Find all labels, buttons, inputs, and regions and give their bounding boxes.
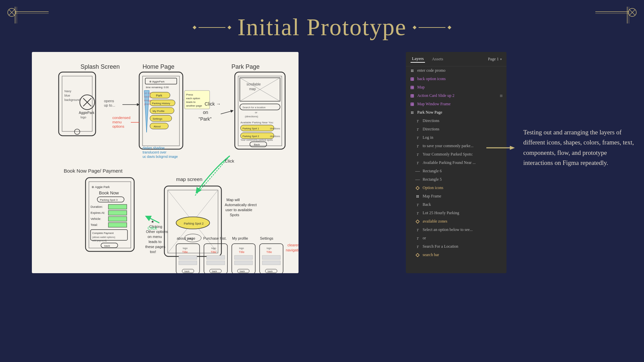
svg-text:Park Page: Park Page <box>231 63 260 70</box>
svg-text:"Park": "Park" <box>199 116 212 122</box>
svg-text:background: background <box>64 98 80 102</box>
svg-text:Vehicle:: Vehicle: <box>91 217 101 221</box>
layer-item[interactable]: enter code promo <box>406 66 506 75</box>
layer-item[interactable]: search bar <box>406 251 506 259</box>
svg-text:Duration:: Duration: <box>91 205 103 208</box>
layer-label: Lot 25 Hourly Parking <box>423 210 459 216</box>
svg-text:map: map <box>249 87 256 91</box>
svg-rect-183 <box>411 96 412 97</box>
svg-text:Search for a location: Search for a location <box>243 106 266 109</box>
svg-text:(directions): (directions) <box>245 115 258 118</box>
page-title: Initial Prototype <box>237 13 407 41</box>
layer-item[interactable]: Map Window Frame <box>406 100 506 108</box>
svg-text:map screen: map screen <box>176 176 202 182</box>
svg-text:user to available: user to available <box>225 208 252 212</box>
layer-badge: ⊞ <box>500 94 502 98</box>
layer-label: Directions <box>423 127 439 132</box>
svg-text:scrollable: scrollable <box>247 82 261 86</box>
svg-text:⊗ AggiePark: ⊗ AggiePark <box>149 80 165 83</box>
layer-item[interactable]: TSearch For a Location <box>406 242 506 251</box>
layer-label: Available Parking Found Near ... <box>423 160 476 165</box>
layer-type-icon: T <box>415 135 420 140</box>
svg-text:Purchase hist.: Purchase hist. <box>203 236 227 240</box>
svg-text:these pages: these pages <box>145 245 165 249</box>
svg-text:on menu: on menu <box>148 235 162 239</box>
layer-type-icon: T <box>415 144 420 148</box>
svg-text:back: back <box>240 270 245 273</box>
layer-item[interactable]: Park Now Page <box>406 108 506 117</box>
layer-item[interactable]: available zones <box>406 217 506 226</box>
svg-text:Title: Title <box>182 250 188 254</box>
svg-text:leads to: leads to <box>149 240 162 244</box>
layer-type-icon <box>415 186 420 190</box>
layer-label: Your Commonly Parked Spots: <box>423 152 473 157</box>
description-section: Testing out and arranging the layers of … <box>486 127 637 168</box>
figma-tab-assets[interactable]: Assets <box>430 56 444 62</box>
svg-rect-161 <box>262 255 280 259</box>
layer-item[interactable]: Map Frame <box>406 192 506 200</box>
svg-rect-146 <box>207 261 225 265</box>
svg-text:add payment): add payment) <box>92 239 107 242</box>
layer-label: Search For a Location <box>423 244 458 249</box>
layer-item[interactable]: Map <box>406 83 506 92</box>
figma-layers-list[interactable]: enter code promoback option iconsMapActi… <box>406 66 506 273</box>
svg-text:on: on <box>203 110 208 115</box>
layer-label: to save your commonly parke... <box>423 143 474 148</box>
title-decoration-right <box>413 26 451 29</box>
svg-rect-153 <box>234 255 253 259</box>
svg-text:leads to: leads to <box>186 101 196 104</box>
svg-rect-154 <box>234 261 253 265</box>
layer-type-icon: T <box>415 127 420 132</box>
svg-text:Spots: Spots <box>230 213 239 217</box>
svg-text:options: options <box>112 124 124 128</box>
layer-label: Back <box>423 202 431 207</box>
svg-rect-100 <box>108 210 127 215</box>
svg-text:Expires At:: Expires At: <box>91 211 105 215</box>
svg-text:Home Page: Home Page <box>143 63 174 70</box>
svg-text:Your commonly parked spots: Your commonly parked spots <box>240 138 273 141</box>
svg-text:Parking History: Parking History <box>152 102 170 105</box>
svg-text:Settings: Settings <box>260 236 273 240</box>
figma-page-selector[interactable]: Page 1 ▾ <box>488 57 502 62</box>
layer-item[interactable]: TLot 25 Hourly Parking <box>406 209 506 217</box>
layer-item[interactable]: Action Card Slide up 2⊞ <box>406 92 506 100</box>
svg-text:back: back <box>104 244 110 247</box>
svg-text:time remaining: 0:00: time remaining: 0:00 <box>146 86 169 89</box>
svg-text:Title: Title <box>239 250 245 254</box>
svg-text:Parking Spot 2: Parking Spot 2 <box>243 135 259 138</box>
layer-type-icon: T <box>415 211 420 216</box>
svg-text:Click: Click <box>225 159 234 164</box>
svg-text:Parking Spot 1: Parking Spot 1 <box>243 127 259 130</box>
svg-text:logo: logo <box>239 247 244 250</box>
svg-text:Book Now: Book Now <box>99 190 119 195</box>
layer-item[interactable]: —Rectangle 6 <box>406 167 506 175</box>
layer-label: Park Now Page <box>417 110 442 115</box>
layer-label: Map Window Frame <box>417 102 450 107</box>
layer-type-icon <box>415 194 420 199</box>
layer-type-icon: T <box>415 236 420 241</box>
layer-item[interactable]: TDirections <box>406 117 506 125</box>
svg-text:Click: Click <box>148 226 157 231</box>
svg-marker-192 <box>416 186 419 190</box>
svg-text:(allows wallet options): (allows wallet options) <box>92 236 115 239</box>
svg-text:AggiePark: AggiePark <box>79 111 95 115</box>
layer-item[interactable]: Option icons <box>406 184 506 192</box>
svg-text:up to...: up to... <box>104 103 115 107</box>
layer-item[interactable]: Tor <box>406 234 506 242</box>
layer-type-icon: T <box>415 244 420 249</box>
layer-label: Action Card Slide up 2 <box>417 93 454 98</box>
svg-text:opens: opens <box>104 99 114 103</box>
svg-text:blue: blue <box>64 94 70 97</box>
page-title-area: Initial Prototype <box>0 13 644 41</box>
figma-tab-layers[interactable]: Layers <box>411 55 425 63</box>
svg-text:each option: each option <box>186 97 200 100</box>
layer-type-icon: T <box>415 161 420 165</box>
layer-item[interactable]: TSelect an option below to see... <box>406 226 506 234</box>
layer-label: available zones <box>423 219 447 224</box>
layer-item[interactable]: TBack <box>406 200 506 209</box>
layer-item[interactable]: —Rectangle 5 <box>406 175 506 184</box>
svg-text:directions: directions <box>270 135 280 137</box>
svg-text:back: back <box>212 270 217 273</box>
layer-item[interactable]: back option icons <box>406 75 506 83</box>
svg-text:My Profile: My Profile <box>153 110 165 113</box>
